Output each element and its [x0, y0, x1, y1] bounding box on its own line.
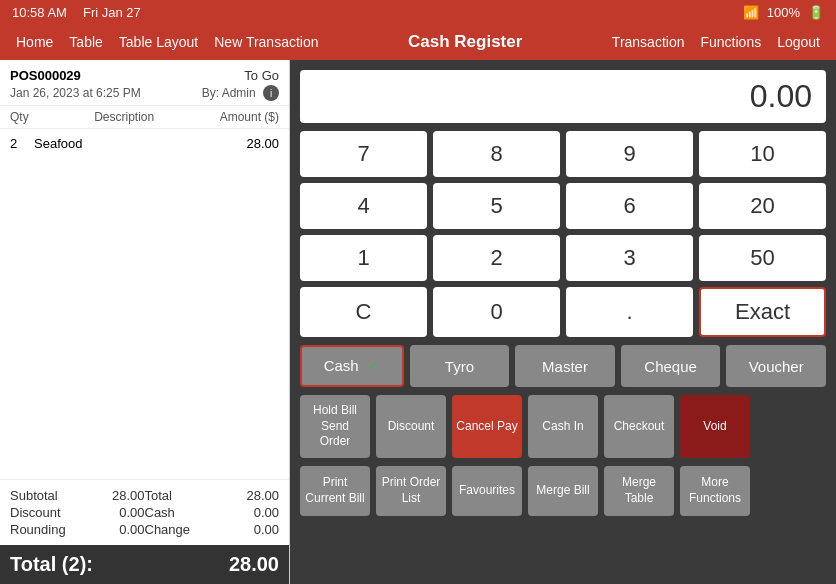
action-row-2: Print Current BillPrint Order ListFavour…	[300, 466, 826, 516]
action-btn-more-functions[interactable]: More Functions	[680, 466, 750, 516]
numpad-btn-20[interactable]: 20	[699, 183, 826, 229]
change-value: 0.00	[212, 522, 279, 537]
numpad-btn-5[interactable]: 5	[433, 183, 560, 229]
rounding-label: Rounding	[10, 522, 77, 537]
numpad-btn-.[interactable]: .	[566, 287, 693, 337]
nav-bar: Home Table Table Layout New Transaction …	[0, 24, 836, 60]
info-icon[interactable]: i	[263, 85, 279, 101]
status-bar: 10:58 AM Fri Jan 27 📶 100% 🔋	[0, 0, 836, 24]
receipt-header: POS000029 To Go Jan 26, 2023 at 6:25 PM …	[0, 60, 289, 106]
numpad-btn-2[interactable]: 2	[433, 235, 560, 281]
numpad-btn-9[interactable]: 9	[566, 131, 693, 177]
item-qty-0: 2	[10, 136, 34, 151]
nav-new-transaction[interactable]: New Transaction	[214, 34, 318, 50]
receipt-column-headers: Qty Description Amount ($)	[0, 106, 289, 129]
receipt-totals: Subtotal 28.00 Total 28.00 Discount 0.00…	[0, 479, 289, 545]
pay-btn-cash[interactable]: Cash ✓	[300, 345, 404, 387]
battery-text: 100%	[767, 5, 800, 20]
col-desc: Description	[94, 110, 154, 124]
amount-display: 0.00	[300, 70, 826, 123]
total-label: Total	[145, 488, 212, 503]
action-btn-cash-in[interactable]: Cash In	[528, 395, 598, 458]
payment-types-row: Cash ✓TyroMasterChequeVoucher	[300, 345, 826, 387]
cash-value: 0.00	[212, 505, 279, 520]
pay-btn-tyro[interactable]: Tyro	[410, 345, 510, 387]
receipt-panel: POS000029 To Go Jan 26, 2023 at 6:25 PM …	[0, 60, 290, 584]
status-date: Fri Jan 27	[83, 5, 141, 20]
nav-right: Transaction Functions Logout	[612, 34, 820, 50]
action-btn-hold-bill-send-order[interactable]: Hold Bill Send Order	[300, 395, 370, 458]
col-qty: Qty	[10, 110, 29, 124]
receipt-item-0: 2 Seafood 28.00	[0, 133, 289, 154]
action-btn-merge-bill[interactable]: Merge Bill	[528, 466, 598, 516]
rounding-value: 0.00	[77, 522, 144, 537]
item-amount-0: 28.00	[229, 136, 279, 151]
cash-label: Cash	[145, 505, 212, 520]
pay-btn-cheque[interactable]: Cheque	[621, 345, 721, 387]
col-amount: Amount ($)	[220, 110, 279, 124]
status-time: 10:58 AM	[12, 5, 67, 20]
numpad-btn-10[interactable]: 10	[699, 131, 826, 177]
right-panel: 0.00 789104562012350C0.Exact Cash ✓TyroM…	[290, 60, 836, 584]
action-btn-void[interactable]: Void	[680, 395, 750, 458]
numpad-btn-c[interactable]: C	[300, 287, 427, 337]
action-btn-print-current-bill[interactable]: Print Current Bill	[300, 466, 370, 516]
pay-btn-master[interactable]: Master	[515, 345, 615, 387]
grand-total-bar: Total (2): 28.00	[0, 545, 289, 584]
numpad-btn-7[interactable]: 7	[300, 131, 427, 177]
nav-transaction[interactable]: Transaction	[612, 34, 685, 50]
discount-label: Discount	[10, 505, 77, 520]
receipt-date: Jan 26, 2023 at 6:25 PM	[10, 86, 141, 100]
action-btn-print-order-list[interactable]: Print Order List	[376, 466, 446, 516]
to-go-label: To Go	[244, 68, 279, 83]
total-value: 28.00	[212, 488, 279, 503]
battery-icon: 🔋	[808, 5, 824, 20]
subtotal-label: Subtotal	[10, 488, 77, 503]
check-icon: ✓	[363, 357, 380, 374]
main-content: POS000029 To Go Jan 26, 2023 at 6:25 PM …	[0, 60, 836, 584]
action-btn-cancel-pay[interactable]: Cancel Pay	[452, 395, 522, 458]
action-btn-checkout[interactable]: Checkout	[604, 395, 674, 458]
receipt-items: 2 Seafood 28.00	[0, 129, 289, 479]
action-btn-favourites[interactable]: Favourites	[452, 466, 522, 516]
numpad-btn-3[interactable]: 3	[566, 235, 693, 281]
nav-logout[interactable]: Logout	[777, 34, 820, 50]
receipt-by: By: Admin i	[202, 85, 279, 101]
status-bar-right: 📶 100% 🔋	[743, 5, 824, 20]
nav-table[interactable]: Table	[69, 34, 102, 50]
numpad-btn-4[interactable]: 4	[300, 183, 427, 229]
numpad-btn-50[interactable]: 50	[699, 235, 826, 281]
numpad-btn-0[interactable]: 0	[433, 287, 560, 337]
pay-btn-voucher[interactable]: Voucher	[726, 345, 826, 387]
numpad: 789104562012350C0.Exact	[300, 131, 826, 337]
change-label: Change	[145, 522, 212, 537]
grand-total-value: 28.00	[229, 553, 279, 576]
status-bar-left: 10:58 AM Fri Jan 27	[12, 5, 141, 20]
nav-title: Cash Register	[319, 32, 612, 52]
nav-table-layout[interactable]: Table Layout	[119, 34, 198, 50]
discount-value: 0.00	[77, 505, 144, 520]
action-btn-merge-table[interactable]: Merge Table	[604, 466, 674, 516]
numpad-btn-exact[interactable]: Exact	[699, 287, 826, 337]
nav-left: Home Table Table Layout New Transaction	[16, 34, 319, 50]
grand-total-label: Total (2):	[10, 553, 93, 576]
numpad-btn-6[interactable]: 6	[566, 183, 693, 229]
action-btn-discount[interactable]: Discount	[376, 395, 446, 458]
subtotal-value: 28.00	[77, 488, 144, 503]
nav-home[interactable]: Home	[16, 34, 53, 50]
item-desc-0: Seafood	[34, 136, 229, 151]
nav-functions[interactable]: Functions	[700, 34, 761, 50]
numpad-btn-8[interactable]: 8	[433, 131, 560, 177]
wifi-icon: 📶	[743, 5, 759, 20]
numpad-btn-1[interactable]: 1	[300, 235, 427, 281]
action-row-1: Hold Bill Send OrderDiscountCancel PayCa…	[300, 395, 826, 458]
pos-id: POS000029	[10, 68, 81, 83]
